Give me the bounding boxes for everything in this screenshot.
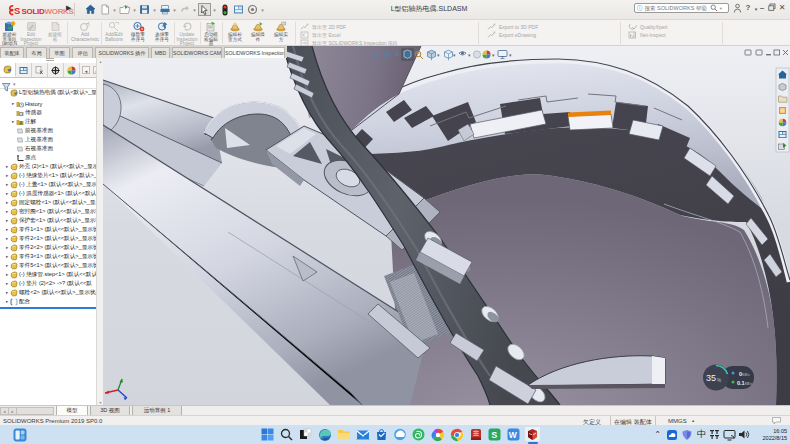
svg-text:35: 35: [706, 373, 716, 383]
svg-text:S: S: [491, 430, 497, 440]
svg-text:%: %: [717, 378, 721, 383]
svg-text:W: W: [509, 430, 518, 440]
